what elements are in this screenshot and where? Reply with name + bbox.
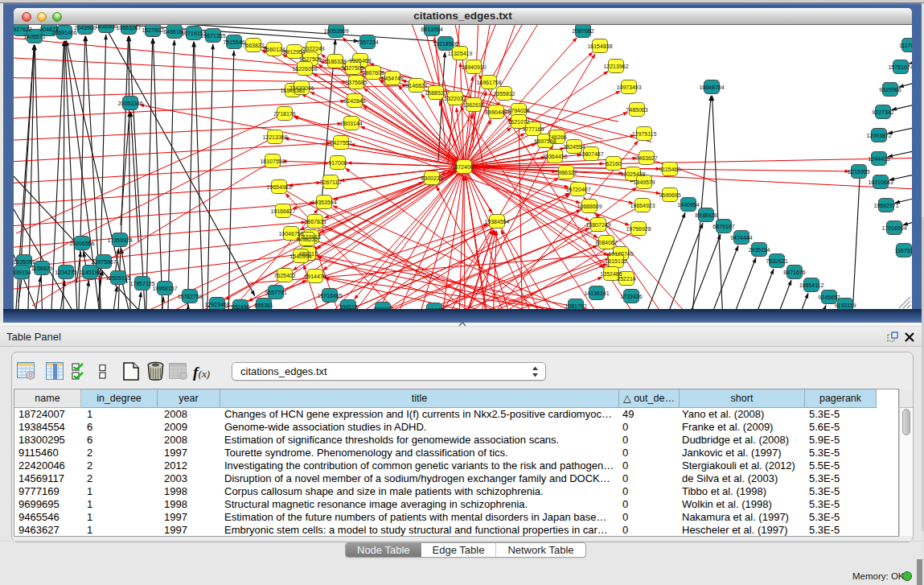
svg-text:10046758: 10046758 (278, 231, 303, 237)
svg-text:8813054: 8813054 (421, 27, 442, 32)
svg-text:19218506: 19218506 (433, 41, 458, 47)
svg-text:20053346: 20053346 (117, 101, 142, 106)
svg-text:9193119: 9193119 (835, 303, 856, 308)
svg-text:19654923: 19654923 (630, 203, 655, 208)
svg-text:6914479: 6914479 (304, 274, 326, 279)
svg-text:19353594: 19353594 (311, 200, 336, 205)
svg-text:10025438: 10025438 (620, 171, 645, 177)
svg-text:1244415: 1244415 (868, 156, 889, 162)
svg-text:17016504: 17016504 (881, 225, 906, 231)
svg-text:1588520: 1588520 (425, 90, 446, 96)
svg-text:1081792: 1081792 (565, 303, 586, 309)
svg-text:19384554: 19384554 (484, 219, 509, 225)
svg-text:2718176: 2718176 (273, 111, 295, 117)
svg-text:19692971: 19692971 (873, 203, 898, 208)
svg-text:19958157: 19958157 (152, 286, 177, 291)
svg-text:10973493: 10973493 (616, 84, 641, 90)
svg-text:6794028: 6794028 (507, 108, 529, 113)
svg-text:16053809: 16053809 (323, 28, 348, 34)
svg-text:1362615: 1362615 (462, 102, 484, 108)
svg-text:15226058: 15226058 (292, 66, 317, 72)
svg-text:1615132: 1615132 (605, 258, 626, 264)
svg-text:20206556: 20206556 (69, 241, 94, 246)
svg-text:1849579: 1849579 (633, 179, 655, 185)
svg-text:12213369: 12213369 (262, 134, 287, 140)
svg-text:16154838: 16154838 (587, 43, 612, 49)
svg-text:9327505: 9327505 (342, 65, 363, 71)
svg-text:19654983: 19654983 (266, 184, 291, 190)
svg-text:16940910: 16940910 (461, 64, 486, 70)
svg-text:16961758: 16961758 (476, 80, 501, 85)
svg-text:1440954: 1440954 (677, 202, 699, 208)
svg-text:10120746: 10120746 (608, 251, 633, 257)
svg-text:3824554: 3824554 (563, 144, 585, 150)
svg-text:917006: 917006 (328, 160, 347, 166)
svg-text:7355812: 7355812 (493, 91, 515, 97)
svg-text:12213962: 12213962 (603, 64, 628, 69)
svg-text:18807249: 18807249 (585, 222, 610, 228)
svg-text:3375685: 3375685 (345, 80, 367, 85)
svg-text:5322037: 5322037 (444, 96, 466, 101)
svg-text:8938928: 8938928 (695, 212, 717, 218)
svg-text:10807487: 10807487 (578, 151, 603, 157)
svg-text:5322249: 5322249 (302, 46, 324, 51)
svg-text:1234275: 1234275 (55, 270, 76, 275)
svg-text:9463627: 9463627 (635, 155, 657, 161)
svg-text:19756928: 19756928 (626, 226, 651, 232)
svg-text:1927622: 1927622 (14, 27, 32, 32)
svg-text:9325468: 9325468 (349, 58, 371, 64)
svg-text:9227342: 9227342 (872, 109, 893, 115)
svg-text:12975115: 12975115 (632, 131, 657, 137)
svg-text:2935114: 2935114 (749, 247, 770, 253)
svg-text:2043900: 2043900 (74, 25, 96, 31)
svg-text:9474444: 9474444 (730, 235, 752, 241)
svg-text:9245652: 9245652 (818, 295, 840, 300)
svg-text:1733426: 1733426 (620, 294, 642, 299)
svg-text:8300233: 8300233 (421, 175, 442, 181)
svg-text:6879197: 6879197 (713, 224, 734, 229)
svg-text:12093872: 12093872 (866, 133, 891, 138)
svg-text:9084067: 9084067 (595, 240, 617, 245)
svg-text:8454749: 8454749 (381, 76, 403, 81)
svg-text:2867608: 2867608 (362, 70, 384, 76)
svg-text:8215955: 8215955 (848, 169, 869, 175)
svg-text:20691406: 20691406 (51, 30, 76, 35)
svg-text:1527602: 1527602 (142, 27, 163, 33)
svg-text:14136141: 14136141 (584, 290, 609, 296)
svg-text:8186328: 8186328 (324, 59, 346, 64)
svg-text:16782759: 16782759 (177, 294, 202, 299)
svg-text:11325419: 11325419 (448, 51, 473, 56)
svg-text:9657791: 9657791 (265, 290, 286, 295)
svg-text:7663822: 7663822 (242, 43, 264, 48)
svg-text:15751074: 15751074 (888, 64, 912, 70)
svg-text:1145194: 1145194 (80, 270, 101, 275)
svg-text:9777169: 9777169 (522, 126, 544, 132)
svg-text:10654112: 10654112 (799, 282, 824, 288)
svg-text:17359924: 17359924 (107, 237, 132, 243)
svg-text:16671355: 16671355 (200, 33, 225, 39)
svg-text:2087682: 2087682 (572, 28, 593, 34)
svg-text:9329966: 9329966 (879, 87, 901, 93)
svg-text:8990448: 8990448 (485, 109, 507, 115)
svg-text:10553267: 10553267 (116, 25, 141, 31)
svg-text:9242848: 9242848 (343, 98, 365, 104)
svg-text:3267110: 3267110 (320, 179, 342, 185)
svg-text:9699695: 9699695 (659, 192, 680, 198)
svg-text:9527505: 9527505 (299, 56, 321, 62)
svg-text:8427552: 8427552 (330, 140, 351, 146)
svg-text:7986322: 7986322 (555, 170, 577, 175)
svg-text:23975867: 23975867 (91, 259, 116, 265)
svg-text:16648784: 16648784 (699, 84, 724, 90)
svg-text:18724007: 18724007 (451, 164, 476, 170)
svg-text:8660124: 8660124 (263, 47, 285, 52)
svg-text:1156829: 1156829 (31, 266, 53, 271)
svg-text:16210643: 16210643 (868, 179, 893, 185)
svg-text:20364436: 20364436 (542, 154, 567, 159)
svg-text:865381: 865381 (254, 303, 273, 308)
svg-text:1835506: 1835506 (95, 25, 117, 29)
svg-text:10688609: 10688609 (577, 204, 602, 209)
svg-text:1405571: 1405571 (23, 34, 45, 39)
svg-text:15720407: 15720407 (565, 187, 590, 192)
svg-text:9146821: 9146821 (405, 83, 427, 89)
svg-text:22420046: 22420046 (289, 85, 314, 91)
